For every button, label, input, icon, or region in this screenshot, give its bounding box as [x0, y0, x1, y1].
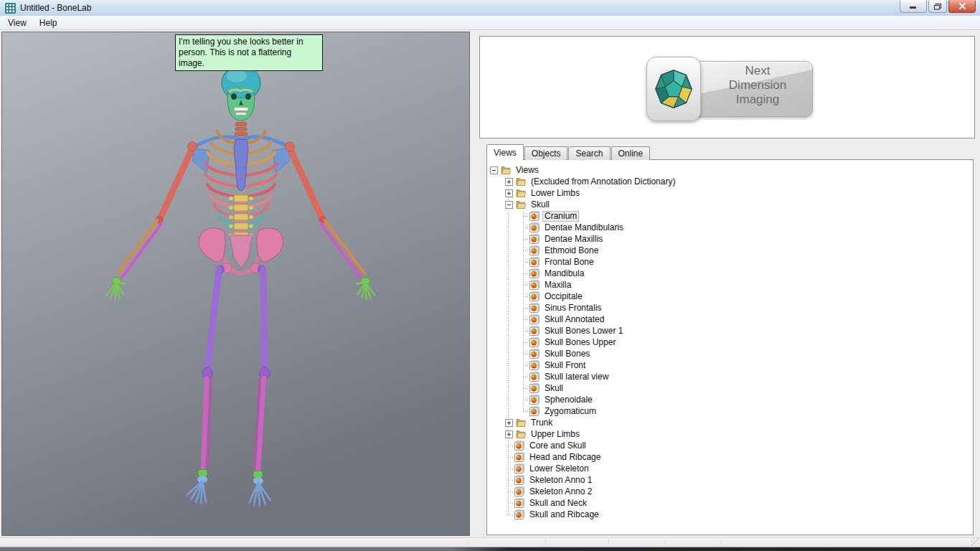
tree-item-skeleton-anno-2[interactable]: Skeleton Anno 2	[487, 486, 973, 497]
statusbar-separator	[468, 540, 469, 545]
tree-item-label: Skull Bones	[542, 349, 592, 359]
expand-plus-icon[interactable]	[505, 178, 513, 186]
tree-item-skull-lateral-view[interactable]: Skull lateral view	[487, 371, 973, 382]
view-icon	[529, 245, 540, 256]
tree-item-zygomaticum[interactable]: Zygomaticum	[487, 405, 973, 417]
minimize-button[interactable]	[900, 0, 927, 13]
view-icon	[529, 348, 540, 359]
tree-item-dentae-mandibularis[interactable]: Dentae Mandibularis	[487, 222, 973, 233]
expand-plus-icon[interactable]	[505, 419, 513, 427]
app-grid-icon	[5, 3, 16, 14]
tree-item-label: Skull	[529, 199, 552, 210]
views-tree-panel[interactable]: Views(Excluded from Annotation Dictionar…	[486, 159, 974, 535]
view-icon	[529, 256, 540, 268]
tree-item-label: Sphenoidale	[542, 395, 595, 405]
folder-icon	[515, 428, 527, 440]
tree-item-sinus-frontalis[interactable]: Sinus Frontalis	[487, 302, 973, 314]
tree-item-cranium[interactable]: Cranium	[487, 210, 973, 222]
statusbar-separator	[665, 540, 666, 545]
tree-connector	[523, 250, 529, 251]
taskbar-edge	[0, 547, 980, 551]
menu-help[interactable]: Help	[33, 17, 64, 29]
tree-item-skull-bones-upper[interactable]: Skull Bones Upper	[487, 336, 973, 348]
close-button[interactable]	[948, 0, 976, 13]
tree-item-trunk[interactable]: Trunk	[487, 417, 973, 428]
tree-item-skeleton-anno-1[interactable]: Skeleton Anno 1	[487, 474, 973, 486]
next-dimension-imaging-logo[interactable]: NextDimensionImaging	[646, 57, 811, 120]
tree-item-label: Skeleton Anno 2	[527, 486, 594, 497]
tree-item-label: Views	[514, 165, 541, 176]
tree-item-skull-and-neck[interactable]: Skull and Neck	[487, 497, 973, 509]
collapse-minus-icon[interactable]	[490, 166, 498, 174]
gem-polyhedron-icon	[653, 68, 694, 110]
tree-connector	[523, 388, 529, 389]
view-icon	[514, 509, 525, 520]
tree-item-occipitale[interactable]: Occipitale	[487, 291, 973, 302]
view-icon	[529, 314, 540, 325]
resize-grip[interactable]	[971, 538, 979, 546]
tree-connector	[523, 377, 529, 377]
tree-connector	[523, 262, 529, 263]
tree-item-skull-front[interactable]: Skull Front	[487, 359, 973, 371]
restore-button[interactable]	[928, 0, 947, 13]
tab-objects[interactable]: Objects	[524, 146, 568, 160]
logo-text: NextDimensionImaging	[710, 64, 806, 107]
view-icon	[514, 451, 525, 463]
tree-item-core-and-skull[interactable]: Core and Skull	[487, 440, 973, 451]
menu-view[interactable]: View	[1, 17, 33, 29]
tab-search[interactable]: Search	[568, 146, 610, 160]
tree-item-skull-and-ribcage[interactable]: Skull and Ribcage	[487, 509, 973, 520]
expand-plus-icon[interactable]	[505, 430, 513, 438]
tree-item-upper-limbs[interactable]: Upper Limbs	[487, 428, 973, 440]
tree-item-views[interactable]: Views	[487, 164, 973, 176]
tree-item-maxilla[interactable]: Maxilla	[487, 279, 973, 291]
tree-connector	[523, 227, 529, 228]
tree-item-sphenoidale[interactable]: Sphenoidale	[487, 394, 973, 405]
main-area: I'm telling you she looks better in pers…	[0, 30, 980, 537]
3d-viewport[interactable]: I'm telling you she looks better in pers…	[1, 32, 470, 536]
tree-item-skull-annotated[interactable]: Skull Annotated	[487, 314, 973, 325]
status-bar	[0, 537, 980, 547]
close-icon	[958, 3, 966, 9]
tree-item-head-and-ribcage[interactable]: Head and Ribcage	[487, 451, 973, 463]
right-panel: NextDimensionImaging ViewsObjectsSearchO…	[473, 30, 980, 537]
folder-icon	[515, 417, 527, 428]
tree-item-label: Cranium	[542, 211, 579, 222]
tree-connector	[523, 400, 529, 400]
expand-plus-icon[interactable]	[505, 189, 513, 197]
tree-item-skull-bones[interactable]: Skull Bones	[487, 348, 973, 359]
tree-connector	[523, 273, 529, 274]
tree-item-label: Maxilla	[542, 280, 573, 291]
tree-item-ethmoid-bone[interactable]: Ethmoid Bone	[487, 245, 973, 256]
statusbar-separator	[545, 540, 546, 545]
collapse-minus-icon[interactable]	[505, 201, 513, 209]
tree-connector	[523, 319, 529, 320]
tree-connector	[508, 480, 514, 481]
title-bar[interactable]: Untitled - BoneLab	[0, 0, 980, 17]
view-icon	[529, 233, 540, 245]
bonelab-window: Untitled - BoneLab ViewHelp	[0, 0, 980, 551]
tree-item-label: Skull Bones Lower 1	[542, 326, 625, 336]
tree-item-skull-bones-lower-1[interactable]: Skull Bones Lower 1	[487, 325, 973, 336]
tab-views[interactable]: Views	[486, 144, 524, 160]
tree-item-lower-skeleton[interactable]: Lower Skeleton	[487, 463, 973, 474]
tree-connector	[508, 457, 514, 458]
minimize-icon	[909, 3, 918, 9]
tree-item-lower-limbs[interactable]: Lower Limbs	[487, 187, 973, 199]
tree-item-skull[interactable]: Skull	[487, 199, 973, 210]
tree-connector	[523, 285, 529, 286]
view-icon	[514, 440, 525, 451]
tree-item-label: Lower Limbs	[529, 188, 582, 199]
tree-item-label: Trunk	[529, 418, 555, 428]
view-icon	[529, 268, 540, 279]
tree-item-dentae-maxillis[interactable]: Dentae Maxillis	[487, 233, 973, 245]
tab-online[interactable]: Online	[611, 146, 651, 160]
tree-item-excluded-from-annotation-dictionary[interactable]: (Excluded from Annotation Dictionary)	[487, 176, 973, 187]
view-icon	[514, 463, 525, 474]
tree-item-mandibula[interactable]: Mandibula	[487, 268, 973, 279]
tree-item-label: Upper Limbs	[529, 429, 582, 440]
tree-item-frontal-bone[interactable]: Frontal Bone	[487, 256, 973, 268]
tree-connector	[523, 308, 529, 309]
tree-item-skull[interactable]: Skull	[487, 382, 973, 394]
view-icon	[529, 371, 540, 382]
